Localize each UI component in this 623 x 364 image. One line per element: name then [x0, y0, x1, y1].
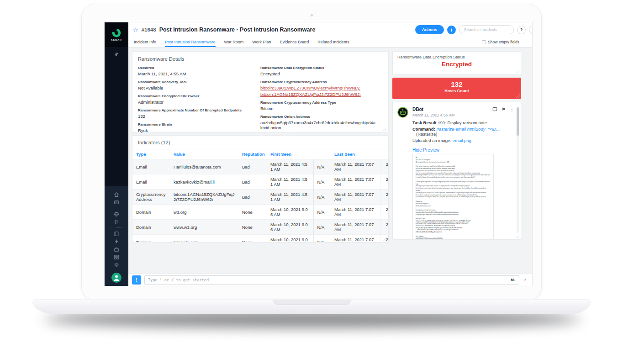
field-cryptocurrency-address: Ransomware Cryptocurrency Address bitcoi… — [260, 80, 376, 97]
column-header-reputation[interactable]: Reputation — [238, 149, 267, 159]
xsoar-logo-label: XSOAR — [111, 38, 122, 41]
markdown-icon[interactable]: M↓ — [511, 278, 516, 282]
laptop-shadow — [43, 312, 581, 327]
table-row[interactable]: Domain tutanota.com None March 10, 2021 … — [132, 235, 389, 243]
table-row[interactable]: Email kazkavkovkiz@mail.li Bad March 11,… — [132, 174, 389, 190]
user-icon — [111, 273, 121, 283]
sidebar-spacer — [105, 62, 128, 186]
indicator-value-link[interactable]: kazkavkovkiz@mail.li — [170, 174, 238, 190]
command-line: Command: !rasterize-email htmlBody="<!D.… — [412, 127, 514, 137]
sidebar-item-settings[interactable] — [111, 261, 122, 269]
resize-handle[interactable] — [516, 234, 519, 238]
briefcase-icon — [114, 247, 119, 252]
field-strain: Ransomware Strain Ryuk — [138, 122, 254, 133]
column-header-type[interactable]: Type — [132, 149, 170, 159]
tab-evidence-board[interactable]: Evidence Board — [280, 37, 309, 47]
indicator-value-link[interactable]: Hariliuios@tutanota.com — [170, 159, 238, 174]
sidebar-item-automation[interactable] — [111, 237, 122, 245]
upload-line: Uploaded an image: email.png — [412, 138, 514, 143]
indicator-value-link[interactable]: www.w3.org — [170, 220, 238, 235]
related-incident-link[interactable]: 272@1648 — [380, 235, 389, 243]
indicators-table: Type Value Reputation First Seen Last Se… — [132, 149, 389, 243]
field-encryption-status: Ransomware Data Encryption Status Encryp… — [260, 66, 376, 76]
pin-button[interactable] — [105, 47, 128, 62]
sidebar-item-jobs[interactable] — [111, 245, 122, 253]
table-row[interactable]: Domain www.w3.org None March 10, 2021 9:… — [132, 220, 389, 235]
tab-incident-info[interactable]: Incident Info — [134, 37, 156, 47]
field-cryptocurrency-address-type: Ransomware Cryptocurrency Address Type B… — [260, 100, 376, 111]
related-incident-link[interactable]: 272@1648 — [380, 174, 389, 190]
uploaded-image-link[interactable]: email.png — [453, 138, 471, 143]
column-header-value[interactable]: Value — [170, 149, 238, 159]
card-title: Ransomware Details — [138, 56, 383, 62]
column-header-last-seen[interactable]: Last Seen — [331, 149, 380, 159]
bitcoin-address-link[interactable]: bitcoin:1AGNa15ZQXAZUgFiqJ2i7Z2DPU2J6hW6… — [260, 92, 376, 97]
ransomware-details-card: Ransomware Details Occurred March 11, 20… — [132, 51, 389, 132]
encryption-status-card: Ransomware Data Encryption Status Encryp… — [392, 51, 521, 75]
dbot-author-block: DBot March 11, 2021 4:56 AM — [412, 107, 488, 117]
webcam-dot — [311, 14, 313, 16]
tab-work-plan[interactable]: Work Plan — [252, 37, 271, 47]
laptop-screen: XSOAR — [81, 4, 542, 301]
indicator-value-link[interactable]: tutanota.com — [170, 235, 238, 243]
laptop-mockup: XSOAR — [0, 0, 623, 364]
sidebar-item-home[interactable] — [111, 190, 122, 198]
dbot-timestamp: March 11, 2021 4:56 AM — [412, 113, 488, 117]
sidebar-item-marketplace[interactable] — [111, 253, 122, 261]
sidebar-item-incidents[interactable] — [111, 198, 122, 206]
indicator-value-link[interactable]: bitcoin:1AGNa15ZQXAZUgFiqJ2i7Z2DPU2J6hW6… — [170, 190, 238, 205]
related-incident-link[interactable]: 272@1648 — [380, 205, 389, 220]
dbot-avatar — [397, 107, 408, 118]
clipped-button[interactable] — [529, 25, 532, 34]
user-avatar[interactable] — [111, 273, 121, 283]
indicator-value-link[interactable]: w3.org — [170, 205, 238, 220]
page-title: Post Intrusion Ransomware - Post Intrusi… — [159, 26, 316, 33]
hosts-count-label: Hosts Count — [392, 89, 521, 93]
command-trigger-button[interactable]: ! — [132, 275, 141, 285]
reputation-badge: Bad — [238, 174, 267, 190]
field-recovery-tool: Ransomware Recovery Tool Not Available — [138, 80, 254, 90]
resize-handle[interactable] — [516, 69, 519, 73]
hide-preview-link[interactable]: Hide Preview — [412, 148, 514, 153]
help-button[interactable]: ? — [517, 26, 526, 34]
pin-icon — [114, 52, 119, 57]
column-header-first-seen[interactable]: First Seen — [267, 149, 313, 159]
search-input[interactable] — [459, 25, 514, 34]
table-row[interactable]: Domain w3.org None March 10, 2021 9:06 A… — [132, 205, 389, 220]
actions-button[interactable]: Actions — [415, 25, 444, 34]
note-icon[interactable] — [492, 107, 497, 112]
resize-handle[interactable] — [516, 94, 520, 98]
kebab-menu-icon[interactable]: ⋮ — [510, 107, 514, 112]
tab-war-room[interactable]: War Room — [224, 37, 244, 47]
sidebar-item-threat-intel[interactable] — [111, 210, 122, 218]
home-icon — [114, 192, 119, 197]
reputation-badge: Bad — [238, 190, 267, 205]
sidebar-item-playbooks[interactable] — [111, 230, 122, 237]
related-incident-link[interactable]: 272@1648 — [380, 159, 389, 174]
star-icon[interactable]: ☆ — [133, 27, 138, 33]
sidebar-item-indicators[interactable] — [111, 218, 122, 226]
show-empty-fields-label: Show empty fields — [488, 40, 519, 44]
bitcoin-address-link[interactable]: bitcoin:3J98t1WpEZ73CNmQviecrnyiWrnqRhWN… — [260, 85, 376, 90]
related-incident-link[interactable]: 272@1648 — [380, 190, 389, 205]
vertical-scrollbar[interactable] — [517, 107, 519, 233]
info-button[interactable]: i — [447, 26, 456, 34]
command-input[interactable] — [148, 278, 511, 282]
flag-icon[interactable]: ⚑ — [502, 107, 506, 112]
scrollbar-thumb[interactable] — [517, 107, 519, 136]
tab-related-incidents[interactable]: Related Incidents — [317, 37, 349, 47]
show-empty-fields-checkbox[interactable] — [482, 40, 486, 44]
table-row[interactable]: Email Hariliuios@tutanota.com Bad March … — [132, 159, 389, 174]
playbook-icon — [114, 231, 119, 237]
table-row[interactable]: Cryptocurrency Address bitcoin:1AGNa15ZQ… — [132, 190, 389, 205]
expand-icon[interactable] — [523, 278, 527, 282]
related-incident-link[interactable]: 272@1648 — [380, 220, 389, 235]
xsoar-logo-icon — [112, 28, 121, 37]
resize-handle[interactable] — [383, 127, 387, 131]
sidebar-divider — [110, 208, 123, 208]
field-occurred: Occurred March 11, 2021, 4:55 AM — [138, 66, 254, 76]
command-link[interactable]: !rasterize-email htmlBody="<!D... — [436, 127, 500, 132]
tab-post-intrusion-ransomware[interactable]: Post Intrusion Ransomware — [165, 37, 216, 47]
encryption-status-label: Ransomware Data Encryption Status — [397, 55, 516, 59]
laptop-base — [32, 299, 591, 314]
